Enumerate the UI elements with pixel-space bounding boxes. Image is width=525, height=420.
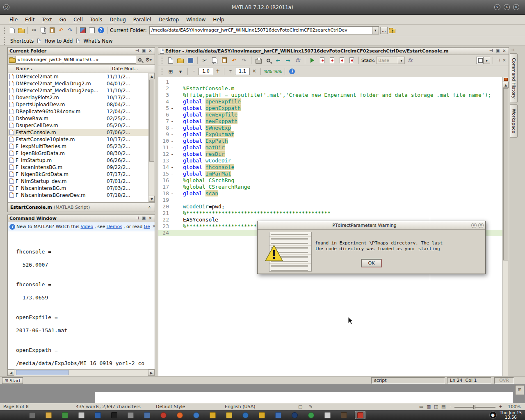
column-name[interactable]: Name ▴ (8, 66, 110, 71)
file-row[interactable]: F_IscanIntensBG.m09/22/2... (8, 164, 148, 171)
taskbar-gray-app-icon[interactable] (125, 411, 136, 419)
language-selector[interactable]: English (USA) (225, 404, 256, 409)
file-row[interactable]: DpertsUploadDev.m08/04/2... (8, 101, 148, 108)
file-row[interactable]: F_NImStartup_dev.m07/01/2... (8, 178, 148, 185)
taskbar-blue-circle-app-icon[interactable] (240, 411, 251, 419)
editor-header[interactable]: Editor - /media/data/EASY/InovImager_jwr… (158, 48, 509, 55)
copy-icon[interactable] (39, 26, 48, 35)
combo-dropdown-icon[interactable]: ▾ (372, 27, 379, 34)
menu-go[interactable]: Go (56, 15, 70, 25)
divide-button[interactable]: ÷ (227, 68, 234, 75)
breadcrumb[interactable]: « InovImager_jwrCF_WINLinx150... ▸ (16, 56, 136, 64)
file-row[interactable]: F_IexpMultiTseries.m05/23/2... (8, 143, 148, 150)
function-hint-icon[interactable]: fx (293, 56, 302, 65)
ok-button[interactable]: OK (361, 259, 381, 267)
cell-info-icon[interactable]: i (288, 67, 297, 76)
menu-debug[interactable]: Debug (106, 15, 129, 25)
zoom-out-button[interactable]: - (450, 404, 451, 409)
increment-button[interactable]: + (214, 68, 221, 75)
edit-mode-icon[interactable]: ✎ (309, 404, 313, 409)
maximize-icon[interactable]: ▣ (141, 48, 146, 54)
breakpoint-column[interactable]: - (169, 118, 176, 125)
editor-gutter[interactable]: 1234-5-6-7-8-9-10-11-12-13-14-15-161718-… (158, 77, 177, 376)
code-line-6[interactable]: global newExpfile (177, 112, 502, 118)
scroll-up-icon[interactable]: ▲ (503, 82, 509, 88)
breakpoint-column[interactable] (169, 230, 176, 236)
breakpoint-column[interactable] (169, 223, 176, 230)
file-row[interactable]: F_NIscanIntensBGnewDev.m07/18/2... (8, 192, 148, 199)
clock[interactable]: Thu Jun 15 13:56 (500, 411, 522, 420)
start-button[interactable]: ⊞ Start (2, 377, 23, 384)
taskbar-light-app-icon[interactable] (322, 411, 333, 419)
taskbar-screenshot-tool-icon[interactable] (27, 411, 37, 419)
current-folder-combo[interactable]: /media/data/EASY/InovImager_jwrCF_WINLin… (149, 26, 379, 34)
dialog-titlebar[interactable]: PTdirectParameters Warning ∨ × (258, 221, 485, 230)
decrement-button[interactable]: - (190, 68, 198, 75)
dock-icon[interactable]: ⊣ (511, 48, 525, 52)
paste-icon[interactable] (48, 26, 57, 35)
dock-icon[interactable]: ⊣ (488, 48, 494, 54)
file-list-scrollbar[interactable]: ▲ ▼ (148, 73, 155, 202)
file-row[interactable]: DReplicate96to384conv.m12/04/2... (8, 108, 148, 115)
breakpoint-column[interactable]: - (169, 105, 176, 112)
scroll-up-icon[interactable]: ▲ (149, 73, 155, 79)
code-line-18[interactable]: global scan (177, 190, 502, 197)
getting-started-link[interactable]: Ge (144, 224, 150, 229)
zoom-slider-thumb[interactable] (473, 405, 475, 409)
menu-window[interactable]: Window (183, 15, 209, 25)
forward-icon[interactable]: → (283, 56, 292, 65)
open-file-icon[interactable] (17, 26, 26, 35)
scrollbar-thumb[interactable] (149, 80, 154, 162)
scroll-down-icon[interactable]: ▼ (149, 196, 155, 202)
taskbar-green-app-icon[interactable] (59, 411, 70, 419)
scroll-right-icon[interactable]: ▶ (148, 370, 155, 376)
breadcrumb-expand-icon[interactable]: ▸ (96, 57, 99, 62)
code-line-15[interactable]: global ImParMat (177, 171, 502, 177)
code-line-2[interactable]: %EstartConsole.m (177, 85, 502, 92)
taskbar-blue-doc-app-icon[interactable] (273, 411, 283, 419)
demos-link[interactable]: Demos (107, 224, 122, 229)
code-line-13[interactable]: global wCodeDir (177, 158, 502, 164)
vertical-tab-command-history[interactable]: Command History (510, 53, 518, 103)
taskbar-file-manager-icon[interactable] (43, 411, 54, 419)
code-line-19[interactable] (177, 197, 502, 203)
file-row[interactable]: F_NIgenBkGrdData.m07/17/2... (8, 171, 148, 178)
vertical-tab-workspace[interactable]: Workspace (510, 104, 518, 138)
toolbar-grip[interactable] (162, 57, 164, 64)
code-line-16[interactable]: %global CSrchRng (177, 177, 502, 184)
scroll-left-icon[interactable]: ◀ (8, 370, 14, 376)
breakpoint-column[interactable]: - (169, 131, 176, 138)
code-line-1[interactable] (177, 79, 502, 85)
code-line-9[interactable]: global ExpOutmat (177, 131, 502, 138)
video-link[interactable]: Video (81, 224, 94, 229)
breakpoint-column[interactable]: - (169, 144, 176, 151)
file-row[interactable]: F_ImStartup.m06/26/2... (8, 157, 148, 164)
command-output[interactable]: fhconsole = 526.0007 fhconsole = 173.065… (8, 231, 155, 369)
eval-cell-advance-icon[interactable]: %% (273, 67, 282, 76)
code-line-3[interactable]: %[file,path] = uiputfile('.mat','Create … (177, 92, 502, 98)
breakpoint-column[interactable]: - (169, 112, 176, 118)
simulink-icon[interactable] (78, 26, 87, 35)
shortcut-how-to-add[interactable]: How to Add (44, 38, 73, 44)
undo-icon[interactable]: ↶ (57, 26, 66, 35)
paste-icon[interactable] (220, 56, 229, 65)
insert-cell-icon[interactable]: ⊞ (166, 67, 175, 76)
breakpoint-column[interactable]: - (169, 171, 176, 177)
breakpoint-column[interactable]: - (169, 138, 176, 144)
shortcut-whats-new[interactable]: What's New (83, 38, 112, 44)
menu-desktop[interactable]: Desktop (155, 15, 183, 25)
dialog-close-icon[interactable]: × (478, 223, 484, 228)
file-row[interactable]: F_NIscanIntensBG.m07/03/2... (8, 185, 148, 192)
breadcrumb-collapse-icon[interactable]: « (17, 57, 20, 62)
file-row[interactable]: DshowRaw.m02/25/2... (8, 115, 148, 122)
clear-breakpoints-icon[interactable] (327, 56, 336, 65)
menu-cell[interactable]: Cell (70, 15, 86, 25)
find-icon[interactable] (264, 56, 273, 65)
dock-icon[interactable]: ⊣ (135, 216, 140, 221)
file-row[interactable]: DMPexcel2mat.m11/11/2... (8, 73, 148, 80)
book-view-icon[interactable]: ◫ (434, 404, 438, 409)
taskbar-green-circle-app-icon[interactable] (306, 411, 316, 419)
breakpoint-column[interactable] (169, 197, 176, 203)
scrollbar-thumb[interactable] (16, 370, 68, 375)
column-date-modified[interactable]: Date Mod... (110, 66, 155, 71)
